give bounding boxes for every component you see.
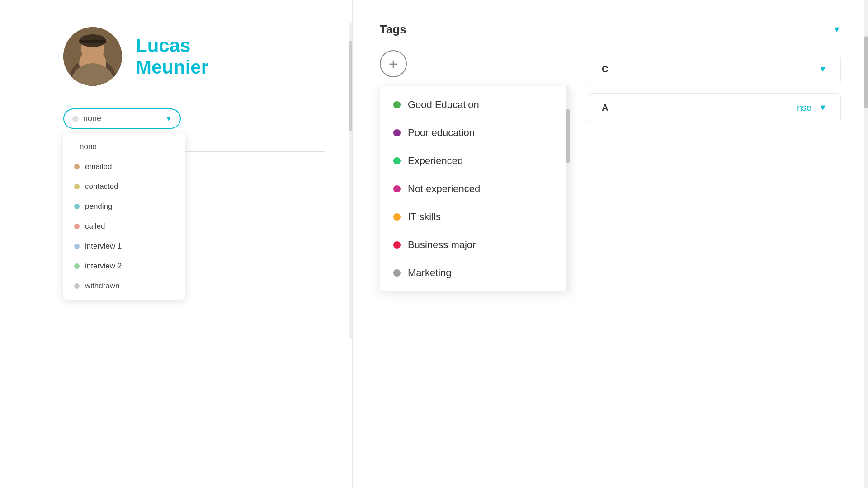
status-dropdown-trigger[interactable]: none ▼ <box>63 108 181 129</box>
dot-interview2-icon <box>74 263 80 269</box>
right-panel-scrollbar-thumb[interactable] <box>864 36 868 108</box>
tag-dot-it-skills-icon <box>393 213 401 221</box>
status-dropdown-container: none ▼ none emailed contacted <box>63 108 190 129</box>
left-panel-scrollbar[interactable] <box>349 23 352 339</box>
left-panel: Lucas Meunier none ▼ none emailed <box>0 0 353 488</box>
avatar <box>63 27 122 86</box>
tag-label-experienced: Experienced <box>408 155 463 167</box>
tag-dot-business-major-icon <box>393 241 401 249</box>
tag-label-marketing: Marketing <box>408 267 452 279</box>
tag-dot-not-experienced-icon <box>393 185 401 192</box>
status-option-interview2-label: interview 2 <box>85 262 122 271</box>
section-a-arrow-icon[interactable]: ▼ <box>819 103 827 113</box>
section-a-title: A <box>602 103 608 113</box>
tag-dot-marketing-icon <box>393 269 401 277</box>
status-current-dot <box>72 116 79 122</box>
last-name: Meunier <box>136 56 208 78</box>
main-layout: Lucas Meunier none ▼ none emailed <box>0 0 868 488</box>
tag-item-not-experienced[interactable]: Not experienced <box>380 175 570 203</box>
svg-rect-3 <box>79 40 106 43</box>
status-option-called[interactable]: called <box>63 216 185 236</box>
avatar-svg <box>63 27 122 86</box>
tag-dot-experienced-icon <box>393 157 401 164</box>
dot-withdrawn-icon <box>74 283 80 289</box>
tag-label-not-experienced: Not experienced <box>408 183 480 195</box>
tag-label-good-education: Good Education <box>408 99 479 111</box>
tag-label-business-major: Business major <box>408 239 476 251</box>
tag-label-poor-education: Poor education <box>408 127 475 139</box>
right-info-col: C ▼ A nse ▼ <box>588 50 841 291</box>
status-option-emailed-label: emailed <box>85 162 112 171</box>
status-option-interview1-label: interview 1 <box>85 242 122 251</box>
status-dropdown-arrow-icon: ▼ <box>165 115 172 122</box>
tags-dropdown-menu: Good Education Poor education Experience… <box>380 86 570 291</box>
svg-point-4 <box>83 50 103 63</box>
tag-item-experienced[interactable]: Experienced <box>380 147 570 175</box>
section-c-arrow-icon[interactable]: ▼ <box>819 65 827 74</box>
status-dropdown-menu: none emailed contacted pending called <box>63 133 185 300</box>
right-content-layout: + Good Education Poor education Experien… <box>380 50 841 291</box>
status-option-withdrawn[interactable]: withdrawn <box>63 276 185 296</box>
status-option-pending[interactable]: pending <box>63 197 185 216</box>
status-option-none-label: none <box>80 142 97 151</box>
status-option-none[interactable]: none <box>63 137 185 157</box>
tag-item-good-education[interactable]: Good Education <box>380 91 570 119</box>
status-option-withdrawn-label: withdrawn <box>85 282 120 291</box>
right-tags-header: Tags ▼ <box>380 23 841 37</box>
tag-item-business-major[interactable]: Business major <box>380 231 570 259</box>
right-add-tag-button[interactable]: + <box>380 50 407 77</box>
status-option-interview1[interactable]: interview 1 <box>63 236 185 256</box>
dot-emailed-icon <box>74 164 80 169</box>
dot-pending-icon <box>74 204 80 209</box>
tag-item-marketing[interactable]: Marketing <box>380 259 570 287</box>
tags-column: + Good Education Poor education Experien… <box>380 50 570 291</box>
tags-dropdown-scrollbar[interactable] <box>566 86 570 291</box>
left-panel-scrollbar-thumb[interactable] <box>349 41 352 131</box>
status-option-contacted-label: contacted <box>85 182 118 191</box>
section-a-block: A nse ▼ <box>588 93 841 122</box>
right-tags-title: Tags <box>380 23 406 37</box>
tags-dropdown-arrow-icon[interactable]: ▼ <box>833 25 841 34</box>
dot-interview1-icon <box>74 244 80 249</box>
profile-section: Lucas Meunier <box>63 27 325 86</box>
section-c-header: C ▼ <box>602 64 827 75</box>
tag-label-it-skills: IT skills <box>408 211 441 223</box>
status-option-contacted[interactable]: contacted <box>63 177 185 197</box>
status-option-emailed[interactable]: emailed <box>63 157 185 177</box>
section-c-block: C ▼ <box>588 55 841 84</box>
first-name: Lucas <box>136 35 208 56</box>
status-current-label: none <box>83 114 161 123</box>
tags-dropdown-scrollbar-thumb[interactable] <box>566 109 570 163</box>
section-c-title: C <box>602 64 608 75</box>
section-a-header: A nse ▼ <box>602 103 827 113</box>
tag-dot-poor-education-icon <box>393 129 401 136</box>
status-option-interview2[interactable]: interview 2 <box>63 256 185 276</box>
person-name: Lucas Meunier <box>136 35 208 79</box>
tag-item-it-skills[interactable]: IT skills <box>380 203 570 231</box>
dot-contacted-icon <box>74 184 80 189</box>
close-label[interactable]: nse <box>797 103 811 113</box>
status-option-called-label: called <box>85 222 105 231</box>
right-panel: Tags ▼ + Good Education Poor education <box>353 0 868 488</box>
status-option-pending-label: pending <box>85 202 113 211</box>
tag-dot-good-education-icon <box>393 101 401 108</box>
right-panel-scrollbar[interactable] <box>864 0 868 488</box>
tag-item-poor-education[interactable]: Poor education <box>380 119 570 147</box>
dot-called-icon <box>74 224 80 229</box>
avatar-image <box>63 27 122 86</box>
